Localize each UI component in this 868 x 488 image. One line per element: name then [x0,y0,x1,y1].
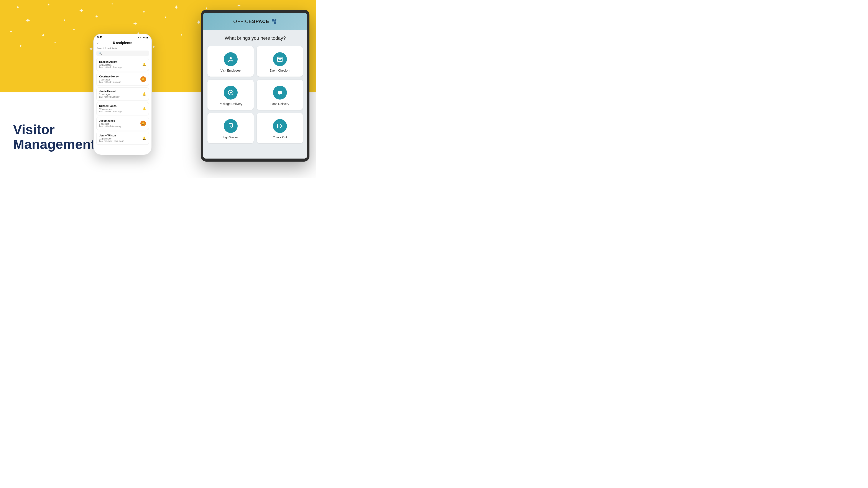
phone-status-bar: 9:41 ↑ ▲▲ ⊕ ▮▮ [94,34,152,40]
recipient-packages: 3 packages [99,93,142,96]
battery-icon: ▮▮ [145,36,148,39]
status-icons: ▲▲ ⊕ ▮▮ [137,36,148,39]
visit-employee-icon [224,52,238,66]
check-out-card[interactable]: Check Out [257,113,303,143]
food-delivery-label: Food Delivery [270,102,289,106]
recipient-name: Jamie Hewlett [99,90,142,93]
food-delivery-card[interactable]: Food Delivery [257,79,303,110]
visit-employee-label: Visit Employee [220,69,241,72]
svg-rect-13 [279,95,281,95]
list-item[interactable]: Jacob Jones 1 package Last notified 4 da… [96,117,149,130]
headline-line2: Management [13,137,95,152]
svg-rect-2 [274,22,276,24]
recipient-time: Last reminder: 1 hour ago [99,140,142,142]
recipient-name: Damien Albarn [99,60,142,63]
svg-marker-11 [230,92,232,94]
bell-icon: 🔔 [142,136,146,140]
list-item[interactable]: Damien Albarn 12 packages Last notified … [96,58,149,71]
recipient-packages: 1 package [99,123,141,125]
bell-active-icon: 🔔 [141,121,146,126]
recipient-name: Russel Hobbs [99,104,142,107]
svg-rect-12 [279,94,280,95]
svg-rect-0 [272,19,274,22]
recipient-packages: 12 packages [99,108,142,110]
package-delivery-label: Package Delivery [219,102,242,106]
logo-text: OFFICESPACE [233,19,269,24]
recipient-time: Last notified 1 hour ago [99,66,142,69]
sign-waiver-label: Sign Waiver [222,135,239,139]
back-button[interactable]: ‹ [97,41,98,45]
recipient-info: Russel Hobbs 12 packages Last notified 1… [99,104,142,113]
headline-line1: Visitor [13,122,95,137]
recipient-info: Jamie Hewlett 3 packages Last notified j… [99,90,142,98]
recipient-packages: 12 packages [99,64,142,66]
check-out-label: Check Out [273,135,287,139]
list-item[interactable]: Jamie Hewlett 3 packages Last notified j… [96,88,149,100]
recipient-time: Last notified just now [99,96,142,98]
event-checkin-label: Event Check-in [270,69,290,72]
search-label: Search 6 recipients [96,47,149,50]
list-item[interactable]: Jenny Wilson 12 packages Last reminder: … [96,132,149,145]
wifi-icon: ⊕ [143,36,145,39]
phone-search-area: Search 6 recipients 🔍 [94,47,152,58]
food-delivery-icon [273,86,287,100]
recipient-name: Courtney Henry [99,75,141,78]
svg-point-3 [229,57,232,59]
package-delivery-icon [224,86,238,100]
recipient-packages: 3 packages [99,78,141,81]
bell-active-icon: 🔔 [141,76,146,82]
search-box[interactable]: 🔍 [96,51,149,56]
visit-employee-card[interactable]: Visit Employee [208,46,254,76]
recipient-info: Courtney Henry 3 packages Last notified … [99,75,141,83]
package-delivery-card[interactable]: Package Delivery [208,79,254,110]
check-out-icon [273,119,287,133]
recipients-list: Damien Albarn 12 packages Last notified … [94,58,152,147]
headline: Visitor Management [13,122,95,152]
event-checkin-icon [273,52,287,66]
recipient-name: Jacob Jones [99,119,141,122]
bell-icon: 🔔 [142,63,146,66]
tablet-mockup: OFFICESPACE What brings you here today? [201,10,309,162]
svg-rect-4 [278,57,282,62]
svg-rect-8 [279,59,280,60]
svg-rect-9 [280,59,281,60]
recipient-time: Last notified 1 hour ago [99,110,142,113]
recipient-time: Last notified 1 day ago [99,81,141,83]
officespace-logo: OFFICESPACE [233,19,277,25]
recipient-info: Jenny Wilson 12 packages Last reminder: … [99,134,142,142]
phone-mockup: 9:41 ↑ ▲▲ ⊕ ▮▮ ‹ 6 recipients Search 6 r… [93,34,152,155]
search-icon: 🔍 [98,52,102,55]
recipient-info: Jacob Jones 1 package Last notified 4 da… [99,119,141,128]
bell-icon: 🔔 [142,92,146,96]
tablet-inner: OFFICESPACE What brings you here today? [203,13,307,159]
logo-icon [271,19,277,25]
recipient-info: Damien Albarn 12 packages Last notified … [99,60,142,69]
tablet-question: What brings you here today? [208,35,303,41]
status-time: 9:41 ↑ [97,36,104,39]
tablet-options-grid: Visit Employee Event Che [208,46,303,143]
event-checkin-card[interactable]: Event Check-in [257,46,303,76]
list-item[interactable]: Russel Hobbs 12 packages Last notified 1… [96,102,149,115]
recipient-packages: 12 packages [99,137,142,140]
tablet-header: OFFICESPACE [203,13,307,30]
phone-header: ‹ 6 recipients [94,40,152,47]
svg-rect-1 [274,19,276,21]
recipient-name: Jenny Wilson [99,134,142,137]
bell-icon: 🔔 [142,107,146,110]
tablet-content: What brings you here today? Visit Employ… [203,30,307,159]
signal-icon: ▲▲ [137,36,142,39]
recipient-time: Last notified 4 days ago [99,125,141,128]
search-input[interactable] [103,52,135,55]
sign-waiver-icon [224,119,238,133]
phone-title: 6 recipients [113,41,132,45]
list-item[interactable]: Courtney Henry 3 packages Last notified … [96,73,149,86]
sign-waiver-card[interactable]: Sign Waiver [208,113,254,143]
